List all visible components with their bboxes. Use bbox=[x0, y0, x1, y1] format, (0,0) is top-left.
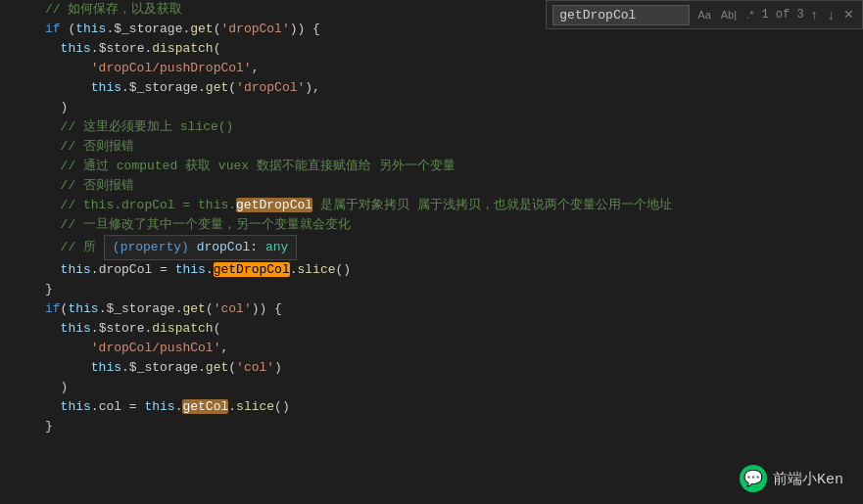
code-line: // 这里必须要加上 slice() bbox=[0, 117, 863, 137]
line-content: } bbox=[41, 280, 863, 299]
search-options: Aa Ab| .* bbox=[694, 7, 757, 23]
code-line: // this.dropCol = this.getDropCol 是属于对象拷… bbox=[0, 196, 863, 215]
code-line: 'dropCol/pushDropCol', bbox=[0, 59, 863, 78]
search-next-button[interactable]: ↓ bbox=[825, 6, 838, 23]
watermark-icon: 💬 bbox=[740, 465, 767, 492]
line-content: // 这里必须要加上 slice() bbox=[41, 117, 863, 137]
code-line: this.col = this.getCol.slice() bbox=[0, 397, 863, 417]
line-content: this.dropCol = this.getDropCol.slice() bbox=[41, 260, 863, 280]
line-content: this.$store.dispatch( bbox=[41, 39, 863, 59]
code-line: // 否则报错 bbox=[0, 176, 863, 196]
line-content: this.col = this.getCol.slice() bbox=[41, 397, 863, 417]
code-line: this.$store.dispatch( bbox=[0, 319, 863, 339]
line-content: this.$_storage.get('col') bbox=[41, 358, 863, 378]
code-line: } bbox=[0, 280, 863, 299]
line-content: // 一旦修改了其中一个变量，另一个变量就会变化 bbox=[41, 215, 863, 235]
code-line: // 否则报错 bbox=[0, 137, 863, 157]
line-content: ) bbox=[41, 98, 863, 117]
code-line: if(this.$_storage.get('col')) { bbox=[0, 299, 863, 319]
regex-button[interactable]: .* bbox=[743, 7, 757, 23]
line-content: if(this.$_storage.get('col')) { bbox=[41, 299, 863, 319]
code-line: this.dropCol = this.getDropCol.slice() bbox=[0, 260, 863, 280]
search-bar: Aa Ab| .* 1 of 3 ↑ ↓ × bbox=[546, 0, 863, 29]
code-line: } bbox=[0, 417, 863, 436]
code-line: ) bbox=[0, 378, 863, 397]
code-area: // 如何保存，以及获取 if (this.$_storage.get('dro… bbox=[0, 0, 863, 504]
code-line: // 一旦修改了其中一个变量，另一个变量就会变化 bbox=[0, 215, 863, 235]
line-content: ) bbox=[41, 378, 863, 397]
line-content: // 所 (property) dropCol: any bbox=[41, 235, 863, 260]
line-content: 'dropCol/pushDropCol', bbox=[41, 59, 863, 78]
line-content: this.$_storage.get('dropCol'), bbox=[41, 78, 863, 98]
search-input[interactable] bbox=[552, 5, 690, 25]
code-line: 'dropCol/pushCol', bbox=[0, 339, 863, 358]
watermark: 💬 前端小Ken bbox=[740, 465, 843, 492]
code-line: // 所 (property) dropCol: any bbox=[0, 235, 863, 260]
line-content: // 否则报错 bbox=[41, 176, 863, 196]
code-line: this.$store.dispatch( bbox=[0, 39, 863, 59]
line-content: 'dropCol/pushCol', bbox=[41, 339, 863, 358]
code-line: // 通过 computed 获取 vuex 数据不能直接赋值给 另外一个变量 bbox=[0, 157, 863, 176]
case-sensitive-button[interactable]: Aa bbox=[694, 7, 714, 23]
whole-word-button[interactable]: Ab| bbox=[717, 7, 741, 23]
line-content: // this.dropCol = this.getDropCol 是属于对象拷… bbox=[41, 196, 863, 215]
line-content: // 通过 computed 获取 vuex 数据不能直接赋值给 另外一个变量 bbox=[41, 157, 863, 176]
search-count: 1 of 3 bbox=[761, 8, 803, 22]
line-content: // 否则报错 bbox=[41, 137, 863, 157]
code-line: this.$_storage.get('dropCol'), bbox=[0, 78, 863, 98]
line-content: this.$store.dispatch( bbox=[41, 319, 863, 339]
line-content: } bbox=[41, 417, 863, 436]
code-line: ) bbox=[0, 98, 863, 117]
search-prev-button[interactable]: ↑ bbox=[808, 6, 821, 23]
watermark-text: 前端小Ken bbox=[773, 470, 843, 488]
code-line: this.$_storage.get('col') bbox=[0, 358, 863, 378]
search-close-button[interactable]: × bbox=[841, 5, 856, 24]
editor-container: Aa Ab| .* 1 of 3 ↑ ↓ × // 如何保存，以及获取 if (… bbox=[0, 0, 863, 504]
